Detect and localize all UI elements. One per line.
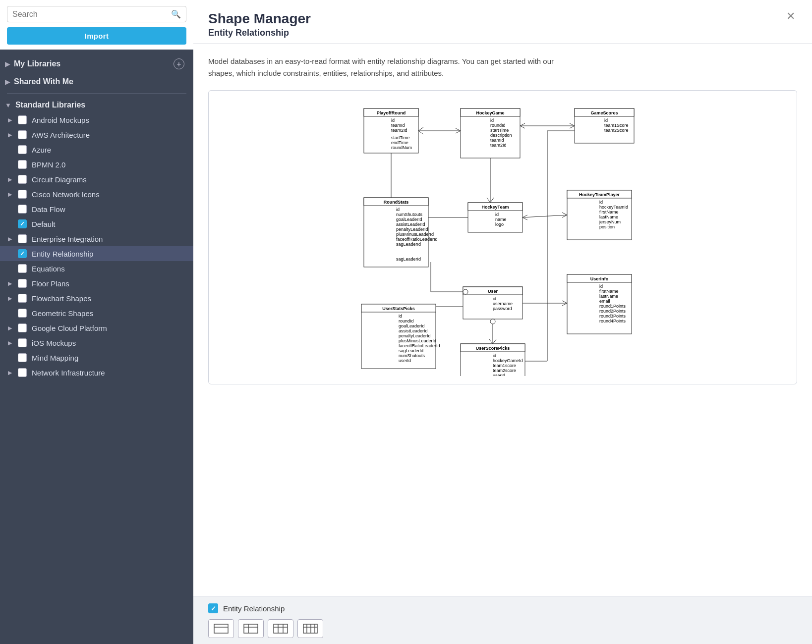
svg-line-26 — [456, 131, 461, 133]
svg-text:UserInfo: UserInfo — [590, 276, 609, 281]
footer-entity-checkbox[interactable] — [208, 603, 218, 613]
svg-rect-128 — [274, 624, 288, 633]
svg-text:sagLeaderId: sagLeaderId — [396, 242, 421, 247]
sidebar-list: ▶ My Libraries + ▶ Shared With Me ▼ Stan… — [0, 50, 193, 644]
shape-icon-2[interactable] — [238, 619, 264, 638]
sidebar-item-floor-plans[interactable]: ▶Floor Plans — [0, 276, 193, 291]
svg-line-69 — [487, 198, 490, 203]
default-label: Default — [32, 220, 56, 228]
cisco-network-icons-arrow: ▶ — [8, 191, 14, 198]
floor-plans-label: Floor Plans — [32, 279, 69, 288]
sidebar-item-flowchart-shapes[interactable]: ▶Flowchart Shapes — [0, 291, 193, 306]
search-icon: 🔍 — [171, 9, 181, 19]
sidebar-item-azure[interactable]: Azure — [0, 142, 193, 157]
svg-line-28 — [418, 131, 423, 134]
sidebar-item-mind-mapping[interactable]: Mind Mapping — [0, 350, 193, 365]
svg-text:teamId: teamId — [391, 123, 405, 128]
svg-text:firstName: firstName — [599, 210, 619, 215]
sidebar-item-enterprise-integration[interactable]: ▶Enterprise Integration — [0, 231, 193, 246]
import-button[interactable]: Import — [7, 27, 186, 45]
svg-text:RoundStats: RoundStats — [384, 200, 409, 205]
main-subtitle: Entity Relationship — [208, 28, 784, 38]
add-library-button[interactable]: + — [174, 58, 184, 69]
geometric-shapes-checkbox[interactable] — [18, 309, 27, 318]
main-content: Model databases in an easy-to-read forma… — [193, 44, 812, 596]
network-infrastructure-label: Network Infrastructure — [32, 369, 105, 377]
ios-mockups-label: iOS Mockups — [32, 339, 76, 347]
google-cloud-platform-arrow: ▶ — [8, 325, 14, 331]
sidebar-item-data-flow[interactable]: Data Flow — [0, 202, 193, 216]
enterprise-integration-checkbox[interactable] — [18, 234, 27, 243]
search-input[interactable] — [12, 10, 171, 19]
sidebar-item-entity-relationship[interactable]: Entity Relationship — [0, 246, 193, 261]
aws-architecture-checkbox[interactable] — [18, 130, 27, 139]
sidebar-item-aws-architecture[interactable]: ▶AWS Architecture — [0, 127, 193, 142]
bpmn-20-label: BPMN 2.0 — [32, 161, 65, 169]
standard-libraries-header[interactable]: ▼ Standard Libraries — [0, 97, 193, 112]
standard-libraries-label: Standard Libraries — [15, 101, 85, 109]
sidebar-item-circuit-diagrams[interactable]: ▶Circuit Diagrams — [0, 172, 193, 187]
data-flow-checkbox[interactable] — [18, 205, 27, 214]
azure-checkbox[interactable] — [18, 145, 27, 154]
geometric-shapes-label: Geometric Shapes — [32, 309, 93, 318]
svg-text:penaltyLeaderId: penaltyLeaderId — [396, 227, 428, 232]
circuit-diagrams-label: Circuit Diagrams — [32, 175, 87, 184]
sidebar-item-android-mockups[interactable]: ▶Android Mockups — [0, 112, 193, 127]
svg-text:team1Score: team1Score — [604, 123, 629, 128]
svg-text:roundId: roundId — [399, 319, 414, 323]
svg-text:PlayoffRound: PlayoffRound — [377, 110, 406, 115]
shared-with-me-section[interactable]: ▶ Shared With Me — [0, 73, 193, 90]
sidebar-item-ios-mockups[interactable]: ▶iOS Mockups — [0, 335, 193, 350]
network-infrastructure-checkbox[interactable] — [18, 368, 27, 377]
svg-text:description: description — [490, 133, 512, 138]
svg-text:hockeyTeamId: hockeyTeamId — [599, 205, 628, 210]
mind-mapping-checkbox[interactable] — [18, 353, 27, 362]
bpmn-20-checkbox[interactable] — [18, 160, 27, 169]
shape-icon-1[interactable] — [208, 619, 234, 638]
cisco-network-icons-checkbox[interactable] — [18, 190, 27, 199]
svg-text:team2Score: team2Score — [604, 128, 629, 133]
svg-text:id: id — [599, 200, 603, 205]
flowchart-shapes-checkbox[interactable] — [18, 294, 27, 303]
floor-plans-checkbox[interactable] — [18, 279, 27, 288]
svg-text:goalLeaderId: goalLeaderId — [396, 217, 422, 222]
equations-label: Equations — [32, 265, 65, 273]
svg-text:userId: userId — [399, 358, 411, 363]
sidebar-item-cisco-network-icons[interactable]: ▶Cisco Network Icons — [0, 187, 193, 202]
sidebar-item-network-infrastructure[interactable]: ▶Network Infrastructure — [0, 365, 193, 380]
default-checkbox[interactable] — [18, 219, 27, 228]
google-cloud-platform-checkbox[interactable] — [18, 323, 27, 332]
circuit-diagrams-checkbox[interactable] — [18, 175, 27, 184]
sidebar-item-google-cloud-platform[interactable]: ▶Google Cloud Platform — [0, 321, 193, 335]
svg-text:lastName: lastName — [599, 215, 618, 219]
svg-point-117 — [490, 319, 495, 324]
preview-box: PlayoffRound id teamId team2Id startTime… — [208, 90, 797, 384]
sidebar-item-equations[interactable]: Equations — [0, 261, 193, 276]
shape-icon-4[interactable] — [297, 619, 323, 638]
main-panel: Shape Manager Entity Relationship ✕ Mode… — [193, 0, 812, 644]
my-libraries-section[interactable]: ▶ My Libraries + — [0, 54, 193, 73]
android-mockups-checkbox[interactable] — [18, 115, 27, 124]
library-items-container: ▶Android Mockups▶AWS ArchitectureAzureBP… — [0, 112, 193, 380]
entity-relationship-checkbox[interactable] — [18, 249, 27, 258]
shape-icon-3[interactable] — [268, 619, 293, 638]
svg-text:round1Points: round1Points — [599, 304, 626, 309]
close-button[interactable]: ✕ — [784, 11, 797, 22]
svg-text:UserStatsPicks: UserStatsPicks — [382, 306, 415, 311]
svg-text:team2Id: team2Id — [391, 128, 407, 133]
android-mockups-label: Android Mockups — [32, 116, 89, 124]
svg-point-93 — [463, 289, 468, 294]
ios-mockups-checkbox[interactable] — [18, 338, 27, 347]
svg-text:name: name — [495, 217, 507, 222]
svg-rect-123 — [214, 624, 228, 633]
equations-checkbox[interactable] — [18, 264, 27, 273]
sidebar-item-bpmn-20[interactable]: BPMN 2.0 — [0, 157, 193, 172]
sidebar-item-geometric-shapes[interactable]: Geometric Shapes — [0, 306, 193, 321]
ios-mockups-arrow: ▶ — [8, 340, 14, 346]
svg-text:startTime: startTime — [490, 128, 509, 133]
svg-text:HockeyTeamPlayer: HockeyTeamPlayer — [579, 192, 620, 197]
mind-mapping-label: Mind Mapping — [32, 354, 78, 362]
svg-text:HockeyGame: HockeyGame — [476, 110, 504, 115]
svg-text:plusMinusLeaderId: plusMinusLeaderId — [399, 338, 436, 343]
sidebar-item-default[interactable]: Default — [0, 216, 193, 231]
